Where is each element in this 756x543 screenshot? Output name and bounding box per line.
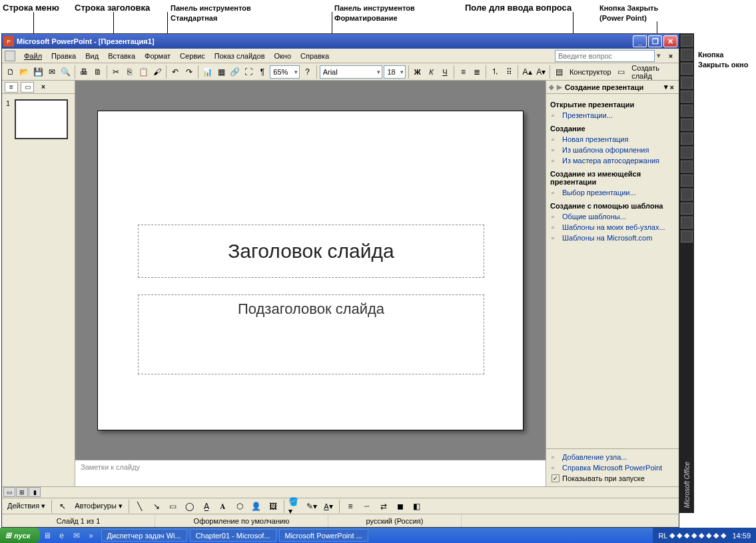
outline-tab[interactable]: ≡: [5, 82, 18, 93]
hyperlink-icon[interactable]: 🔗: [228, 65, 241, 79]
search-icon[interactable]: 🔍: [59, 65, 72, 79]
close-app-button[interactable]: ✕: [663, 35, 677, 47]
tray-clock[interactable]: 14:59: [732, 532, 751, 540]
diagram-icon[interactable]: ⬡: [232, 499, 247, 514]
zoom-select[interactable]: 65%: [270, 65, 300, 79]
underline-icon[interactable]: Ч: [439, 65, 452, 79]
align-left-icon[interactable]: ≡: [457, 65, 470, 79]
designer-icon[interactable]: ▤: [553, 65, 566, 79]
taskbar-item-powerpoint[interactable]: Microsoft PowerPoint ...: [279, 529, 368, 542]
menu-tools[interactable]: Сервис: [175, 51, 210, 61]
italic-icon[interactable]: К: [425, 65, 438, 79]
textbox-icon[interactable]: A̲: [199, 499, 214, 514]
office-calendar-icon[interactable]: [681, 63, 693, 75]
link-help[interactable]: Справка Microsoft PowerPoint: [550, 462, 675, 473]
preview-icon[interactable]: 🗎: [91, 65, 104, 79]
increase-font-icon[interactable]: A▴: [521, 65, 534, 79]
link-choose-presentation[interactable]: Выбор презентации...: [550, 187, 675, 198]
help-icon[interactable]: ?: [301, 65, 314, 79]
expand-icon[interactable]: ⛶: [242, 65, 255, 79]
question-dropdown-icon[interactable]: ▾: [655, 51, 663, 60]
save-icon[interactable]: 💾: [32, 65, 45, 79]
clipart-icon[interactable]: 👤: [249, 499, 264, 514]
office-excel-icon[interactable]: [681, 147, 693, 159]
arrow-style-icon[interactable]: ⇄: [376, 499, 391, 514]
new-icon[interactable]: 🗋: [5, 65, 17, 79]
menu-insert[interactable]: Вставка: [103, 51, 140, 61]
office-publisher-icon[interactable]: [681, 189, 693, 201]
link-ms-templates[interactable]: Шаблоны на Microsoft.com: [550, 233, 675, 243]
minimize-button[interactable]: _: [633, 35, 647, 47]
tray-icon[interactable]: ◆: [713, 531, 719, 540]
show-formatting-icon[interactable]: ¶: [256, 65, 269, 79]
office-misc-icon[interactable]: [681, 217, 693, 229]
bullet-list-icon[interactable]: ⠿: [503, 65, 516, 79]
show-at-startup-checkbox[interactable]: Показывать при запуске: [550, 473, 675, 484]
quicklaunch-ie-icon[interactable]: e: [55, 528, 69, 543]
office-word-icon[interactable]: [681, 133, 693, 145]
autoshapes-menu[interactable]: Автофигуры ▾: [72, 502, 125, 510]
new-slide-button[interactable]: Создать слайд: [629, 64, 676, 80]
link-new-presentation[interactable]: Новая презентация: [550, 134, 675, 145]
slides-tab[interactable]: ▭: [21, 82, 34, 93]
line-color-icon[interactable]: ✎▾: [304, 499, 319, 514]
link-web-templates[interactable]: Шаблоны на моих веб-узлах...: [550, 222, 675, 233]
office-ppt-icon[interactable]: [681, 161, 693, 173]
menu-view[interactable]: Вид: [81, 51, 103, 61]
link-general-templates[interactable]: Общие шаблоны...: [550, 211, 675, 222]
wordart-icon[interactable]: 𝐀: [216, 499, 230, 514]
tray-icon[interactable]: ◆: [677, 531, 682, 540]
shadow-icon[interactable]: ◼: [393, 499, 408, 514]
slide-canvas[interactable]: Заголовок слайда Подзаголовок слайда: [75, 81, 546, 460]
line-icon[interactable]: ╲: [133, 499, 147, 514]
link-from-wizard[interactable]: Из мастера автосодержания: [550, 155, 675, 166]
taskpane-fwd-icon[interactable]: ▶: [557, 83, 562, 91]
tray-icon[interactable]: ◆: [706, 531, 711, 540]
cut-icon[interactable]: ✂: [110, 65, 123, 79]
tray-icon[interactable]: ◆: [691, 531, 697, 540]
slide-thumbnail[interactable]: [15, 99, 68, 139]
decrease-font-icon[interactable]: A▾: [535, 65, 548, 79]
taskpane-title[interactable]: Создание презентаци: [565, 83, 664, 91]
subtitle-placeholder[interactable]: Подзаголовок слайда: [138, 294, 484, 374]
office-outlook-icon[interactable]: [681, 49, 693, 61]
picture-icon[interactable]: 🖼: [266, 499, 280, 514]
office-notes-icon[interactable]: [681, 105, 693, 117]
mail-icon[interactable]: ✉: [46, 65, 59, 79]
designer-button[interactable]: Конструктор: [567, 68, 614, 76]
slide[interactable]: Заголовок слайда Подзаголовок слайда: [97, 111, 524, 430]
office-new-icon[interactable]: [681, 119, 693, 131]
close-pane-button[interactable]: ×: [37, 82, 50, 93]
line-style-icon[interactable]: ≡: [343, 499, 358, 514]
format-painter-icon[interactable]: 🖌: [151, 65, 164, 79]
sorter-view-button[interactable]: ⊞: [16, 487, 28, 497]
font-color-icon[interactable]: A▾: [321, 499, 336, 514]
maximize-button[interactable]: ❐: [648, 35, 662, 47]
tray-icon[interactable]: ◆: [669, 531, 675, 540]
question-input[interactable]: [555, 50, 655, 62]
title-placeholder[interactable]: Заголовок слайда: [138, 225, 484, 278]
actions-menu[interactable]: Действия ▾: [5, 502, 48, 510]
dash-style-icon[interactable]: ┄: [360, 499, 374, 514]
link-add-node[interactable]: Добавление узла...: [550, 452, 675, 462]
office-settings-icon[interactable]: [681, 231, 693, 243]
align-center-icon[interactable]: ≣: [471, 65, 484, 79]
font-select[interactable]: Arial: [320, 65, 383, 79]
redo-icon[interactable]: ↷: [183, 65, 196, 79]
print-icon[interactable]: 🖶: [78, 65, 91, 79]
office-folder-icon[interactable]: [681, 35, 693, 47]
link-presentations[interactable]: Презентации...: [550, 110, 675, 121]
tray-icon[interactable]: ◆: [699, 531, 704, 540]
rectangle-icon[interactable]: ▭: [166, 499, 181, 514]
quicklaunch-outlook-icon[interactable]: ✉: [69, 528, 84, 543]
bold-icon[interactable]: Ж: [411, 65, 424, 79]
menu-window[interactable]: Окно: [270, 51, 296, 61]
taskbar-item-taskmgr[interactable]: Диспетчер задач Wi...: [101, 529, 187, 542]
select-arrow-icon[interactable]: ↖: [55, 499, 70, 514]
menu-help[interactable]: Справка: [296, 51, 334, 61]
new-slide-icon[interactable]: ▭: [615, 65, 628, 79]
paste-icon[interactable]: 📋: [137, 65, 150, 79]
open-icon[interactable]: 📂: [19, 65, 31, 79]
menu-file[interactable]: Файл: [19, 51, 47, 61]
arrow-icon[interactable]: ↘: [149, 499, 164, 514]
